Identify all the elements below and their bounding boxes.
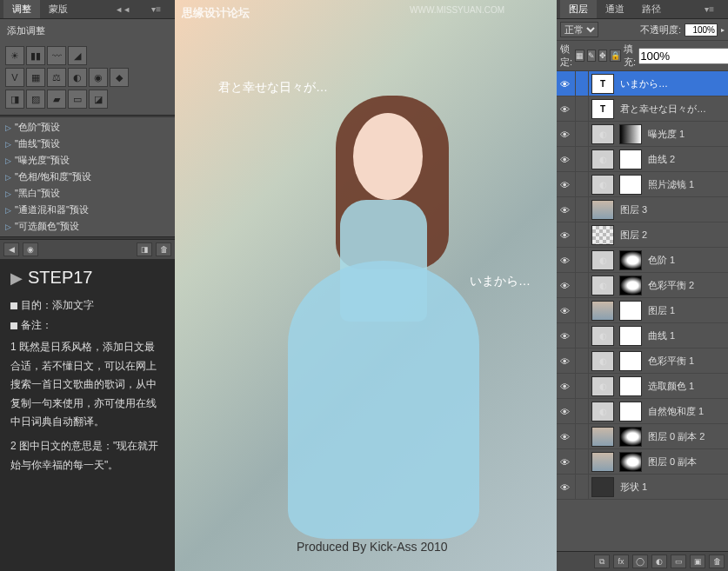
visibility-toggle[interactable]: 👁 <box>557 374 576 398</box>
panel-menu-icon[interactable]: ▾≡ <box>143 2 170 17</box>
adj-foot-2[interactable]: ◉ <box>23 242 38 256</box>
fx-icon[interactable]: fx <box>613 554 629 568</box>
layer-mask-thumb[interactable] <box>619 276 642 295</box>
layer-thumb[interactable] <box>591 200 614 220</box>
new-adj-icon[interactable]: ◐ <box>651 554 667 568</box>
layer-row[interactable]: 👁◐选取颜色 1 <box>557 374 728 399</box>
layer-row[interactable]: 👁◐色彩平衡 2 <box>557 273 728 298</box>
tab-channels[interactable]: 通道 <box>597 0 633 18</box>
posterize-icon[interactable]: ▨ <box>26 90 45 109</box>
layer-row[interactable]: 👁◐照片滤镜 1 <box>557 172 728 197</box>
preset-selective[interactable]: ▷"可选颜色"预设 <box>0 218 175 235</box>
visibility-toggle[interactable]: 👁 <box>557 248 576 272</box>
layer-thumb[interactable]: ◐ <box>591 124 614 144</box>
layer-thumb[interactable]: T <box>591 99 614 119</box>
tab-layers[interactable]: 图层 <box>560 0 597 18</box>
layer-thumb[interactable]: ◐ <box>591 149 614 169</box>
opacity-arrow-icon[interactable]: ▸ <box>721 26 725 34</box>
photo-filter-icon[interactable]: ◉ <box>89 68 108 87</box>
visibility-toggle[interactable]: 👁 <box>557 197 576 222</box>
layer-mask-thumb[interactable] <box>619 124 642 144</box>
collapse-icon[interactable]: ◄◄ <box>106 3 139 17</box>
visibility-toggle[interactable]: 👁 <box>557 399 576 423</box>
layer-row[interactable]: 👁◐曲线 1 <box>557 323 728 349</box>
vibrance-icon[interactable]: V <box>5 68 24 87</box>
layer-thumb[interactable]: ◐ <box>591 351 614 371</box>
layer-row[interactable]: 👁Tいまから… <box>557 71 728 96</box>
visibility-toggle[interactable]: 👁 <box>557 273 576 297</box>
layer-row[interactable]: 👁图层 1 <box>557 298 728 323</box>
color-balance-icon[interactable]: ⚖ <box>47 68 66 87</box>
blend-mode-select[interactable]: 正常 <box>560 22 598 37</box>
selective-color-icon[interactable]: ◪ <box>89 90 108 109</box>
canvas[interactable]: 思缘设计论坛 WWW.MISSYUAN.COM 君と幸せな日々が… いまから… … <box>175 0 557 571</box>
layer-row[interactable]: 👁◐色彩平衡 1 <box>557 349 728 374</box>
layer-mask-thumb[interactable] <box>619 376 642 396</box>
layer-row[interactable]: 👁◐色阶 1 <box>557 248 728 273</box>
layer-row[interactable]: 👁◐自然饱和度 1 <box>557 399 728 424</box>
visibility-toggle[interactable]: 👁 <box>557 349 576 373</box>
visibility-toggle[interactable]: 👁 <box>557 298 576 322</box>
lock-transparent-icon[interactable]: ▦ <box>575 50 584 62</box>
layer-row[interactable]: 👁图层 3 <box>557 197 728 222</box>
curves-icon[interactable]: 〰 <box>47 46 66 65</box>
tab-adjustments[interactable]: 调整 <box>3 0 40 18</box>
layer-mask-thumb[interactable] <box>619 326 642 346</box>
layer-thumb[interactable]: ◐ <box>591 250 614 270</box>
overlay-text-mid[interactable]: いまから… <box>470 274 531 289</box>
channel-mixer-icon[interactable]: ◆ <box>110 68 129 87</box>
visibility-toggle[interactable]: 👁 <box>557 475 576 499</box>
layer-thumb[interactable]: ◐ <box>591 376 614 396</box>
bw-icon[interactable]: ◐ <box>68 68 87 87</box>
preset-channel[interactable]: ▷"通道混和器"预设 <box>0 202 175 218</box>
layer-mask-thumb[interactable] <box>619 250 642 270</box>
layer-mask-thumb[interactable] <box>619 301 642 321</box>
layer-thumb[interactable]: ◐ <box>591 402 614 422</box>
layer-mask-thumb[interactable] <box>619 427 642 447</box>
layer-thumb[interactable] <box>591 477 614 497</box>
lock-position-icon[interactable]: ✥ <box>598 50 607 62</box>
layer-mask-thumb[interactable] <box>619 351 642 371</box>
visibility-toggle[interactable]: 👁 <box>557 122 576 146</box>
exposure-icon[interactable]: ◢ <box>68 46 87 65</box>
new-group-icon[interactable]: ▭ <box>671 554 686 568</box>
visibility-toggle[interactable]: 👁 <box>557 71 576 96</box>
layer-row[interactable]: 👁◐曝光度 1 <box>557 122 728 147</box>
layer-mask-thumb[interactable] <box>619 452 642 472</box>
layer-thumb[interactable]: ◐ <box>591 175 614 195</box>
link-layers-icon[interactable]: ⧉ <box>594 554 610 568</box>
visibility-toggle[interactable]: 👁 <box>557 424 576 448</box>
visibility-toggle[interactable]: 👁 <box>557 222 576 247</box>
fill-input[interactable] <box>638 48 728 64</box>
layer-thumb[interactable] <box>591 301 614 321</box>
visibility-toggle[interactable]: 👁 <box>557 449 576 474</box>
add-mask-icon[interactable]: ◯ <box>632 554 648 568</box>
layer-row[interactable]: 👁图层 2 <box>557 222 728 248</box>
layer-thumb[interactable] <box>591 225 614 245</box>
preset-hue[interactable]: ▷"色相/饱和度"预设 <box>0 169 175 185</box>
trash-icon[interactable]: 🗑 <box>709 554 725 568</box>
new-layer-icon[interactable]: ▣ <box>690 554 705 568</box>
gradient-map-icon[interactable]: ▭ <box>68 90 87 109</box>
overlay-text-top[interactable]: 君と幸せな日々が… <box>218 80 328 96</box>
hue-sat-icon[interactable]: ▦ <box>26 68 45 87</box>
invert-icon[interactable]: ◨ <box>5 90 24 109</box>
layer-mask-thumb[interactable] <box>619 175 642 195</box>
tab-masks[interactable]: 蒙版 <box>40 0 77 18</box>
visibility-toggle[interactable]: 👁 <box>557 172 576 196</box>
layer-row[interactable]: 👁T君と幸せな日々が… <box>557 96 728 122</box>
layer-row[interactable]: 👁◐曲线 2 <box>557 147 728 172</box>
threshold-icon[interactable]: ▰ <box>47 90 66 109</box>
adj-foot-1[interactable]: ◀ <box>3 242 19 256</box>
preset-levels[interactable]: ▷"色阶"预设 <box>0 119 175 136</box>
layer-row[interactable]: 👁形状 1 <box>557 475 728 500</box>
preset-exposure[interactable]: ▷"曝光度"预设 <box>0 152 175 169</box>
layer-thumb[interactable]: T <box>591 74 614 94</box>
layer-thumb[interactable] <box>591 427 614 447</box>
adj-foot-trash[interactable]: 🗑 <box>156 242 171 256</box>
levels-icon[interactable]: ▮▮ <box>26 46 45 65</box>
layers-menu-icon[interactable]: ▾≡ <box>696 2 723 17</box>
visibility-toggle[interactable]: 👁 <box>557 323 576 348</box>
lock-all-icon[interactable]: 🔒 <box>610 50 621 62</box>
layer-thumb[interactable] <box>591 452 614 472</box>
